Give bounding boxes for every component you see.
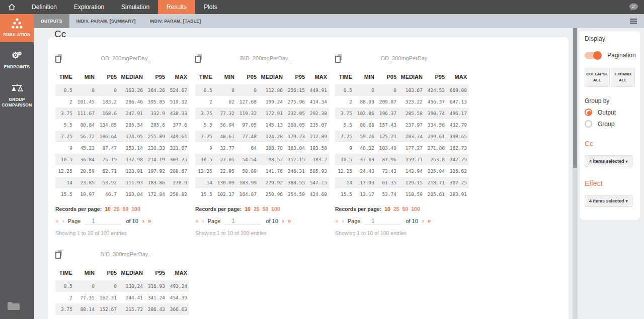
table-cell: 172.84: [145, 188, 167, 200]
pagination-toggle[interactable]: [585, 52, 601, 59]
table-cell: 3.75: [55, 303, 74, 315]
column-header[interactable]: MIN: [74, 265, 97, 280]
first-page-icon[interactable]: «: [195, 218, 199, 225]
table-cell: 253.8: [425, 154, 447, 165]
last-page-icon[interactable]: »: [148, 218, 151, 225]
page-size-option[interactable]: 10: [105, 206, 111, 212]
table-cell: 15.5: [335, 188, 354, 200]
group-by-option-group[interactable]: Group: [585, 120, 635, 128]
cc-items-dropdown[interactable]: 4 items selected▾: [585, 155, 632, 167]
copy-table-icon[interactable]: [195, 54, 202, 62]
page-size-option[interactable]: 100: [131, 206, 140, 212]
page-size-option[interactable]: 25: [254, 206, 260, 212]
column-header[interactable]: MAX: [447, 69, 469, 84]
table-row: 5.566.29119.84181.91246.57338.66: [55, 315, 189, 319]
table-cell: 547.15: [307, 177, 329, 188]
nav-item-plots[interactable]: Plots: [195, 0, 226, 14]
column-header[interactable]: TIME: [55, 69, 74, 84]
table-cell: 108.78: [259, 142, 285, 154]
sidebar-item-simulation[interactable]: SIMULATION: [0, 14, 34, 42]
next-page-icon[interactable]: ›: [142, 218, 144, 225]
page-number-input[interactable]: [85, 217, 121, 225]
column-header[interactable]: MIN: [214, 69, 236, 84]
collapse-all-button[interactable]: COLLAPSE ALL: [585, 68, 610, 87]
table-cell: 456.37: [425, 96, 447, 108]
sidebar-item-group-comparison[interactable]: GROUP COMPARISON: [0, 79, 34, 112]
table-cell: 292.38: [307, 108, 329, 119]
table-cell: 13.17: [354, 188, 376, 200]
table-cell: 80.84: [74, 119, 97, 131]
column-header[interactable]: MEDIAN: [119, 265, 145, 280]
column-header[interactable]: MEDIAN: [398, 69, 425, 84]
next-page-icon[interactable]: ›: [282, 218, 284, 225]
nav-item-exploration[interactable]: Exploration: [65, 0, 113, 14]
tab-indiv-param-summary[interactable]: INDIV. PARAM. [SUMMARY]: [69, 14, 143, 28]
column-header[interactable]: MAX: [167, 265, 189, 280]
table-cell: 183.2: [307, 154, 329, 165]
feedback-chat-icon[interactable]: [628, 3, 639, 12]
menu-icon[interactable]: [630, 18, 637, 25]
page-label: Page: [348, 218, 361, 224]
nav-item-results[interactable]: Results: [158, 0, 195, 14]
nav-item-definition[interactable]: Definition: [23, 0, 65, 14]
table-cell: 97.05: [236, 119, 259, 131]
table-cell: 9: [195, 142, 214, 154]
group-by-option-output[interactable]: Output: [585, 109, 635, 116]
column-header[interactable]: TIME: [55, 265, 74, 280]
page-size-option[interactable]: 100: [411, 206, 420, 212]
page-size-option[interactable]: 100: [271, 206, 280, 212]
table-cell: 106.64: [97, 131, 119, 142]
column-header[interactable]: P05: [97, 265, 119, 280]
page-size-option[interactable]: 50: [263, 206, 269, 212]
copy-table-icon[interactable]: [55, 54, 62, 62]
column-header[interactable]: P05: [97, 69, 119, 84]
column-header[interactable]: P95: [145, 69, 167, 84]
page-number-input[interactable]: [364, 217, 400, 225]
column-header[interactable]: MIN: [74, 69, 97, 84]
column-header[interactable]: MEDIAN: [259, 69, 285, 84]
prev-page-icon[interactable]: ‹: [202, 218, 204, 225]
page-number-input[interactable]: [224, 217, 261, 225]
copy-table-icon[interactable]: [55, 250, 62, 258]
page-size-option[interactable]: 25: [393, 206, 399, 212]
percentile-table: TIMEMINP05MEDIANP95MAX0.500183.67424.536…: [335, 69, 469, 200]
last-page-icon[interactable]: »: [288, 218, 291, 225]
column-header[interactable]: MEDIAN: [119, 69, 145, 84]
project-folder-button[interactable]: [0, 297, 34, 319]
page-size-option[interactable]: 25: [114, 206, 120, 212]
page-size-option[interactable]: 10: [245, 206, 251, 212]
page-size-option[interactable]: 50: [403, 206, 409, 212]
page-size-option[interactable]: 10: [384, 206, 390, 212]
records-per-page-label: Records per page:: [195, 206, 242, 212]
effect-items-dropdown[interactable]: 4 items selected▾: [585, 195, 632, 207]
sidebar-item-label: GROUP COMPARISON: [2, 97, 32, 108]
next-page-icon[interactable]: ›: [422, 218, 424, 225]
first-page-icon[interactable]: «: [335, 218, 339, 225]
table-cell: 0: [236, 84, 259, 96]
vertical-scrollbar-thumb[interactable]: [573, 28, 577, 168]
column-header[interactable]: TIME: [195, 69, 214, 84]
prev-page-icon[interactable]: ‹: [62, 218, 64, 225]
column-header[interactable]: P05: [236, 69, 259, 84]
column-header[interactable]: P95: [425, 69, 447, 84]
sidebar-item-endpoints[interactable]: ⚙⚙ ENDPOINTS: [0, 46, 34, 74]
tab-outputs[interactable]: OUTPUTS: [34, 14, 69, 28]
page-size-option[interactable]: 50: [123, 206, 129, 212]
column-header[interactable]: TIME: [335, 69, 354, 84]
prev-page-icon[interactable]: ‹: [342, 218, 344, 225]
nav-item-simulation[interactable]: Simulation: [113, 0, 158, 14]
column-header[interactable]: MAX: [307, 69, 329, 84]
vertical-scrollbar-track[interactable]: [573, 28, 578, 319]
first-page-icon[interactable]: «: [55, 218, 59, 225]
tab-indiv-param-table[interactable]: INDIV. PARAM. [TABLE]: [143, 14, 208, 28]
column-header[interactable]: P95: [145, 265, 167, 280]
column-header[interactable]: P95: [285, 69, 307, 84]
copy-table-icon[interactable]: [335, 54, 342, 62]
column-header[interactable]: MAX: [167, 69, 189, 84]
home-button[interactable]: [0, 0, 23, 14]
table-cell: 56.94: [214, 119, 236, 131]
expand-all-button[interactable]: EXPAND ALL: [611, 68, 635, 87]
last-page-icon[interactable]: »: [428, 218, 431, 225]
column-header[interactable]: MIN: [354, 69, 376, 84]
column-header[interactable]: P05: [376, 69, 398, 84]
